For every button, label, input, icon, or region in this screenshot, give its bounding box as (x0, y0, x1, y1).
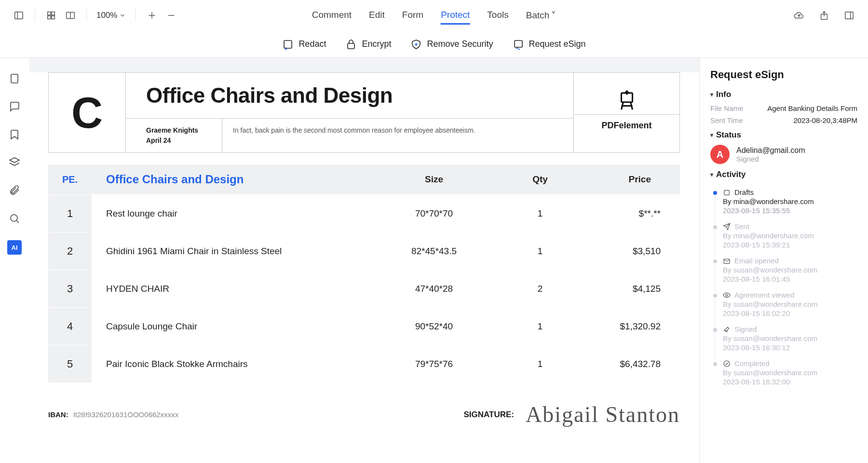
timeline-item: Drafts By mina@wondershare.com 2023-08-1… (710, 184, 857, 218)
tab-tools[interactable]: Tools (487, 7, 508, 25)
search-icon[interactable] (8, 212, 21, 225)
pdf-page: C Office Chairs and Design Graeme Knight… (29, 72, 699, 463)
svg-rect-3 (52, 12, 54, 15)
section-activity[interactable]: Activity (710, 170, 857, 179)
section-status[interactable]: Status (710, 130, 857, 140)
signer-email: Adelina@gmail.com (736, 146, 805, 155)
zoom-value: 100% (96, 11, 117, 20)
sent-icon (723, 223, 731, 231)
avatar: A (710, 145, 730, 164)
comments-icon[interactable] (8, 100, 21, 113)
esign-panel: Request eSign Info File NameAgent Bankin… (699, 58, 868, 463)
timeline-item: Email opened By susan@wondershare.com 20… (710, 253, 857, 287)
tab-comment[interactable]: Comment (312, 7, 352, 25)
redact-button[interactable]: Redact (282, 39, 326, 50)
table-header: PE. Office Chairs and Design Size Qty Pr… (48, 164, 680, 194)
doc-author: Graeme Knights April 24 (126, 119, 222, 152)
col-qty: Qty (497, 174, 583, 185)
draft-icon (723, 189, 731, 196)
svg-point-33 (724, 361, 730, 367)
timeline-item: Signed By susan@wondershare.com 2023-08-… (710, 321, 857, 355)
section-info[interactable]: Info (710, 90, 857, 99)
layers-icon[interactable] (8, 156, 21, 169)
tab-form[interactable]: Form (402, 7, 423, 25)
doc-title: Office Chairs and Design (126, 73, 573, 119)
two-page-view-icon[interactable] (62, 7, 79, 24)
doc-blurb: In fact, back pain is the second most co… (222, 119, 573, 152)
svg-marker-26 (625, 91, 629, 93)
divider (136, 9, 136, 22)
activity-timeline: Drafts By mina@wondershare.com 2023-08-1… (710, 184, 857, 390)
timeline-item: Agreement viewed By susan@wondershare.co… (710, 287, 857, 321)
encrypt-button[interactable]: Encrypt (345, 39, 391, 50)
request-esign-label: Request eSign (529, 39, 586, 49)
ai-button[interactable]: AI (7, 240, 22, 255)
table-row: 1 Rest lounge chair 70*70*70 1 $**.** (48, 194, 680, 232)
remove-security-label: Remove Security (427, 39, 493, 49)
doc-logo: C (49, 73, 126, 152)
svg-rect-13 (845, 12, 854, 19)
zoom-out-icon[interactable] (163, 7, 179, 24)
doc-footer: IBAN: It28I9326201631OOO0662xxxxx SIGNAT… (48, 402, 680, 427)
thumbnails-icon[interactable] (8, 72, 21, 85)
svg-line-29 (630, 102, 632, 109)
tab-batch[interactable]: Batch ˅ (526, 7, 556, 25)
iban-value: It28I9326201631OOO0662xxxxx (73, 410, 178, 419)
svg-rect-0 (15, 12, 23, 19)
svg-rect-5 (52, 16, 54, 19)
doc-brand: PDFelement (573, 73, 679, 152)
signed-icon (723, 326, 731, 333)
signature: Abigail Stanton (526, 402, 680, 427)
sidebar-toggle-icon[interactable] (11, 7, 27, 24)
viewed-icon (723, 291, 731, 299)
panel-toggle-icon[interactable] (841, 7, 857, 24)
share-icon[interactable] (816, 7, 832, 24)
redact-label: Redact (298, 39, 326, 49)
panel-title: Request eSign (710, 68, 857, 81)
col-price: Price (583, 174, 680, 185)
divider (86, 9, 87, 22)
col-pe: PE. (48, 174, 92, 185)
request-esign-button[interactable]: Request eSign (513, 39, 586, 50)
table-row: 2 Ghidini 1961 Miami Chair in Stainless … (48, 232, 680, 270)
zoom-in-icon[interactable] (144, 7, 160, 24)
info-senttime: Sent Time2023-08-20,3:48PM (710, 116, 857, 124)
items-table: PE. Office Chairs and Design Size Qty Pr… (48, 164, 680, 382)
svg-line-24 (16, 220, 19, 223)
tab-protect[interactable]: Protect (441, 7, 470, 25)
svg-point-23 (11, 215, 17, 221)
completed-icon (723, 360, 731, 368)
email-opened-icon (723, 257, 731, 265)
col-size: Size (371, 174, 497, 185)
svg-rect-18 (348, 43, 354, 49)
chair-icon (616, 89, 638, 111)
left-rail: AI (0, 58, 29, 463)
svg-rect-21 (515, 41, 522, 47)
cloud-upload-icon[interactable] (791, 7, 807, 24)
attachments-icon[interactable] (8, 184, 21, 197)
signature-label: SIGNATURE: (463, 410, 514, 420)
remove-security-button[interactable]: Remove Security (410, 39, 493, 50)
table-row: 3 HYDEN CHAIR 47*40*28 2 $4,125 (48, 270, 680, 307)
doc-header: C Office Chairs and Design Graeme Knight… (48, 72, 680, 153)
encrypt-label: Encrypt (362, 39, 391, 49)
chevron-down-icon: ˅ (551, 10, 556, 21)
svg-line-28 (621, 102, 623, 109)
table-row: 5 Pair Iconic Black Stokke Armchairs 79*… (48, 345, 680, 382)
svg-rect-4 (48, 16, 51, 19)
timeline-item: Sent By mina@wondershare.com 2023-08-15 … (710, 218, 857, 253)
timeline-item: Completed By susan@wondershare.com 2023-… (710, 355, 857, 390)
col-name: Office Chairs and Design (92, 173, 371, 186)
info-filename: File NameAgent Banking Details Form (710, 104, 857, 112)
svg-rect-30 (724, 191, 730, 195)
grid-view-icon[interactable] (43, 7, 59, 24)
svg-rect-2 (48, 12, 51, 15)
bookmark-icon[interactable] (8, 128, 21, 141)
document-canvas[interactable]: C Office Chairs and Design Graeme Knight… (29, 58, 699, 463)
table-row: 4 Capsule Lounge Chair 90*52*40 1 $1,320… (48, 307, 680, 345)
zoom-select[interactable]: 100% (95, 11, 128, 20)
iban-label: IBAN: (48, 410, 68, 419)
tab-edit[interactable]: Edit (369, 7, 385, 25)
svg-point-32 (726, 294, 728, 296)
status-signer: A Adelina@gmail.com Signed (710, 145, 857, 164)
